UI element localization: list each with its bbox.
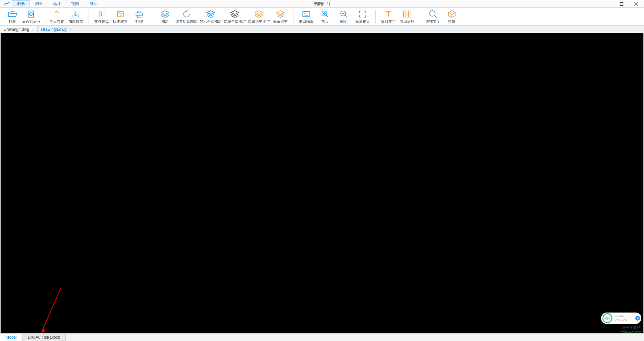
- restore-layer-label: 恢复初始图层: [175, 20, 198, 23]
- menu-tab-annotate[interactable]: 标注: [48, 0, 66, 7]
- save-convert-icon: [115, 9, 126, 19]
- layer-button[interactable]: 图层: [156, 8, 174, 25]
- svg-rect-15: [305, 13, 308, 15]
- recent-icon: [26, 9, 37, 19]
- svg-point-7: [101, 13, 102, 13]
- zoom-out-button[interactable]: 缩小: [334, 8, 353, 25]
- layout-tab-model[interactable]: Model: [0, 334, 22, 341]
- cube-icon: [446, 9, 457, 19]
- svg-marker-31: [40, 328, 45, 333]
- svg-line-29: [435, 16, 437, 18]
- minimize-button[interactable]: [599, 0, 614, 7]
- file-info-button[interactable]: 文件信息: [92, 8, 111, 25]
- recent-label: 最近列表 ▾: [22, 20, 40, 23]
- app-icon: [2, 1, 10, 7]
- print-label: 打印: [136, 20, 143, 23]
- file-info-label: 文件信息: [94, 20, 109, 23]
- ribbon-toolbar: 打开 最近列表 ▾ 导出数据 加载数据 文件信息: [0, 8, 644, 26]
- expand-icon: [357, 9, 368, 19]
- performance-widget[interactable]: 70% ↓ 0.2K/s CPU 31°C +: [601, 313, 641, 324]
- titlebar: 图纸 测量 标注 视图 帮助 豹图(6.1): [0, 0, 644, 8]
- zoom-window-icon: [301, 9, 312, 19]
- maximize-button[interactable]: [614, 0, 629, 7]
- layout-tabs: Model DIN A0 Title Block: [0, 333, 644, 341]
- show-all-label: 显示全部图层: [200, 20, 222, 23]
- search-icon: [428, 9, 438, 19]
- menu-tab-drawing[interactable]: 图纸: [12, 0, 30, 7]
- export-icon: [52, 9, 62, 19]
- load-data-button[interactable]: 加载数据: [66, 8, 85, 25]
- layers-icon: [160, 9, 170, 19]
- zoom-out-label: 缩小: [340, 20, 347, 23]
- keep-selected-button[interactable]: 保留选中: [271, 8, 290, 25]
- export-table-button[interactable]: 导出表格: [398, 8, 417, 25]
- close-button[interactable]: [629, 0, 644, 7]
- svg-rect-9: [117, 11, 123, 17]
- menu-tab-measure[interactable]: 测量: [30, 0, 48, 7]
- print-icon: [134, 9, 145, 19]
- find-text-label: 查找文字: [426, 20, 440, 23]
- menu-tabs: 图纸 测量 标注 视图 帮助: [12, 0, 102, 7]
- hide-all-layers-button[interactable]: 隐藏全部图层: [223, 8, 247, 25]
- close-icon[interactable]: ×: [69, 27, 71, 31]
- menu-tab-help[interactable]: 帮助: [84, 0, 102, 7]
- hide-selected-layer-button[interactable]: 隐藏选中图层: [247, 8, 271, 25]
- layers-hide-sel-icon: [254, 9, 264, 19]
- open-label: 打开: [9, 20, 16, 23]
- layers-keep-icon: [275, 9, 286, 19]
- svg-rect-14: [303, 11, 310, 17]
- restore-layer-button[interactable]: 恢复初始图层: [174, 8, 199, 25]
- svg-rect-12: [138, 11, 141, 13]
- layer-label: 图层: [161, 20, 169, 23]
- svg-rect-23: [404, 11, 411, 17]
- explode-button[interactable]: 打散: [442, 8, 461, 25]
- file-tabs: Drawing4.dwg × Drawing3.dwg ×: [0, 26, 644, 33]
- file-info-icon: [96, 9, 107, 19]
- keep-sel-label: 保留选中: [273, 20, 288, 23]
- extract-text-label: 提取文字: [381, 20, 396, 23]
- show-all-layers-button[interactable]: 显示全部图层: [199, 8, 223, 25]
- layout-tab-titleblock[interactable]: DIN A0 Title Block: [22, 334, 66, 341]
- watermark: 极光下载站 www.xz7.com: [620, 326, 641, 333]
- hide-sel-label: 隐藏选中图层: [248, 20, 270, 23]
- explode-label: 打散: [448, 20, 455, 23]
- hide-all-label: 隐藏全部图层: [224, 20, 246, 23]
- export-label: 导出数据: [50, 20, 64, 23]
- export-data-button[interactable]: 导出数据: [48, 8, 66, 25]
- perf-info: ↓ 0.2K/s CPU 31°C: [614, 315, 627, 322]
- zoom-in-button[interactable]: 放大: [316, 8, 334, 25]
- svg-line-30: [42, 288, 61, 331]
- layers-hide-icon: [229, 9, 240, 19]
- open-button[interactable]: 打开: [3, 8, 22, 25]
- zoom-in-label: 放大: [321, 20, 329, 23]
- file-tab-0[interactable]: Drawing4.dwg ×: [0, 26, 38, 33]
- import-icon: [70, 9, 81, 19]
- recent-list-button[interactable]: 最近列表 ▾: [22, 8, 41, 25]
- find-text-button[interactable]: 查找文字: [424, 8, 442, 25]
- cpu-usage-gauge: 70%: [602, 313, 612, 323]
- annotation-arrow-icon: [38, 288, 68, 335]
- close-icon[interactable]: ×: [32, 27, 34, 31]
- fill-viewport-button[interactable]: 充满视口: [353, 8, 372, 25]
- print-button[interactable]: 打印: [130, 8, 149, 25]
- file-tab-1[interactable]: Drawing3.dwg ×: [38, 26, 75, 33]
- zoom-window-label: 窗口缩放: [299, 20, 314, 23]
- version-convert-button[interactable]: 版本转换: [111, 8, 130, 25]
- zoom-window-button[interactable]: 窗口缩放: [297, 8, 316, 25]
- extract-text-button[interactable]: 提取文字: [379, 8, 398, 25]
- zoom-in-icon: [320, 9, 330, 19]
- menu-tab-view[interactable]: 视图: [66, 0, 84, 7]
- file-tab-1-label: Drawing3.dwg: [41, 27, 66, 32]
- expand-widget-button[interactable]: +: [635, 316, 640, 321]
- fill-viewport-label: 充满视口: [355, 20, 370, 23]
- table-icon: [402, 9, 413, 19]
- drawing-canvas[interactable]: 70% ↓ 0.2K/s CPU 31°C + 极光下载站 www.xz7.co…: [0, 33, 644, 333]
- svg-line-17: [326, 15, 329, 18]
- layers-show-icon: [205, 9, 216, 19]
- load-label: 加载数据: [68, 20, 83, 23]
- svg-point-28: [430, 11, 435, 16]
- svg-line-21: [345, 15, 347, 18]
- svg-rect-10: [119, 11, 122, 13]
- zoom-out-icon: [338, 9, 349, 19]
- folder-open-icon: [7, 9, 18, 19]
